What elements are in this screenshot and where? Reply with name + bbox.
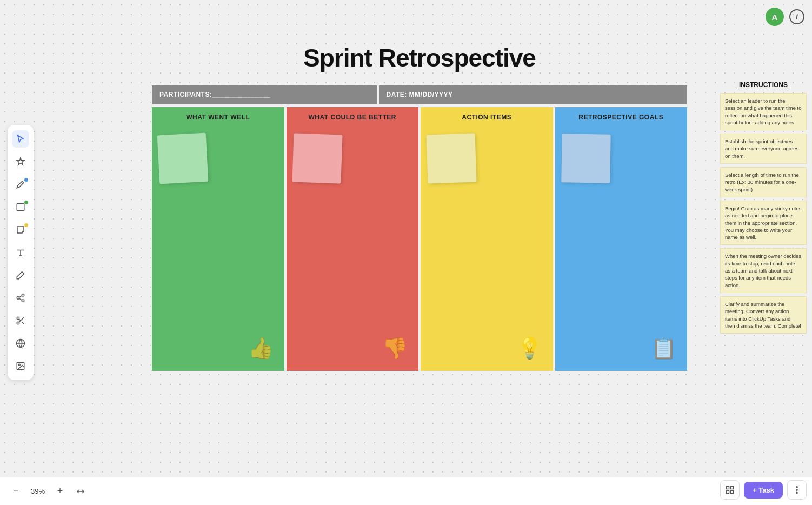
toolbar-pencil[interactable] — [12, 267, 29, 284]
bottom-bar: − 39% + — [0, 477, 812, 505]
instructions-title: INSTRUCTIONS — [720, 81, 807, 89]
lightbulb-icon: 💡 — [517, 336, 542, 360]
svg-rect-0 — [17, 203, 24, 211]
col-body-retro-goals[interactable]: 📋 — [555, 128, 688, 371]
zoom-level: 39% — [29, 487, 46, 495]
svg-point-5 — [17, 322, 19, 324]
sticky-note-could-be-better[interactable] — [292, 133, 342, 183]
column-went-well: WHAT WENT WELL 👍 — [152, 107, 284, 371]
svg-point-2 — [17, 297, 19, 300]
date-field[interactable]: DATE: MM/DD/YYYY — [379, 85, 688, 104]
columns-wrapper: WHAT WENT WELL 👍 WHAT COULD BE BETTER 👎 … — [152, 107, 687, 371]
instruction-card-6: Clarify and summarize the meeting. Conve… — [720, 296, 807, 334]
column-could-be-better: WHAT COULD BE BETTER 👎 — [287, 107, 419, 371]
zoom-out-button[interactable]: − — [9, 484, 23, 499]
toolbar-sticky[interactable] — [12, 221, 29, 238]
toolbar-pen[interactable] — [12, 176, 29, 193]
instructions-panel: INSTRUCTIONS Select an leader to run the… — [720, 81, 807, 337]
col-header-could-be-better: WHAT COULD BE BETTER — [287, 107, 419, 128]
add-task-button[interactable]: + Task — [744, 482, 783, 499]
instruction-card-1: Select an leader to run the session and … — [720, 93, 807, 130]
toolbar-text[interactable] — [12, 244, 29, 261]
svg-rect-9 — [726, 486, 729, 489]
svg-point-1 — [22, 294, 24, 297]
col-body-could-be-better[interactable]: 👎 — [287, 128, 419, 371]
instruction-card-3: Select a length of time to run the retro… — [720, 167, 807, 197]
svg-point-15 — [796, 492, 797, 493]
svg-point-8 — [18, 364, 20, 366]
svg-point-14 — [796, 489, 797, 490]
col-body-went-well[interactable]: 👍 — [152, 128, 284, 371]
top-right-controls: A i — [766, 8, 804, 26]
col-header-retro-goals: RETROSPECTIVE GOALS — [555, 107, 688, 128]
column-retro-goals: RETROSPECTIVE GOALS 📋 — [555, 107, 688, 371]
column-action-items: ACTION ITEMS 💡 — [421, 107, 553, 371]
info-icon[interactable]: i — [789, 9, 804, 24]
toolbar-ai[interactable] — [12, 153, 29, 170]
toolbar-share[interactable] — [12, 289, 29, 307]
svg-point-4 — [17, 317, 19, 320]
toolbar-select[interactable] — [12, 130, 29, 148]
sticky-note-retro-goals[interactable] — [561, 134, 611, 183]
page-title: Sprint Retrospective — [303, 43, 536, 72]
avatar[interactable]: A — [766, 8, 784, 26]
grid-view-button[interactable] — [720, 480, 740, 500]
svg-rect-11 — [726, 491, 729, 494]
participants-field[interactable]: PARTICIPANTS:_______________ — [152, 85, 377, 104]
svg-rect-10 — [731, 486, 734, 489]
clipboard-icon: 📋 — [651, 336, 676, 360]
toolbar-globe[interactable] — [12, 335, 29, 352]
svg-point-3 — [22, 300, 24, 302]
col-body-action-items[interactable]: 💡 — [421, 128, 553, 371]
more-options-button[interactable] — [787, 480, 807, 500]
toolbar-scissors[interactable] — [12, 312, 29, 329]
sticky-note-went-well[interactable] — [157, 133, 209, 184]
zoom-in-button[interactable]: + — [53, 484, 67, 499]
instruction-card-5: When the meeting owner decides its time … — [720, 248, 807, 293]
sticky-note-action-items[interactable] — [426, 133, 476, 183]
thumbs-down-icon: 👎 — [382, 336, 408, 360]
thumbs-up-icon: 👍 — [248, 336, 274, 360]
instruction-card-4: Begin! Grab as many sticky notes as need… — [720, 201, 807, 245]
zoom-fit-button[interactable] — [74, 484, 88, 499]
instruction-card-2: Establish the sprint objectives and make… — [720, 134, 807, 164]
col-header-action-items: ACTION ITEMS — [421, 107, 553, 128]
canvas: Sprint Retrospective PARTICIPANTS:______… — [32, 43, 807, 473]
toolbar — [8, 125, 34, 380]
toolbar-shape[interactable] — [12, 198, 29, 216]
bottom-right-actions: + Task — [720, 480, 807, 500]
col-header-went-well: WHAT WENT WELL — [152, 107, 284, 128]
toolbar-image[interactable] — [12, 357, 29, 375]
svg-point-13 — [796, 487, 797, 488]
svg-rect-12 — [731, 491, 734, 494]
meta-bar: PARTICIPANTS:_______________ DATE: MM/DD… — [152, 85, 687, 104]
